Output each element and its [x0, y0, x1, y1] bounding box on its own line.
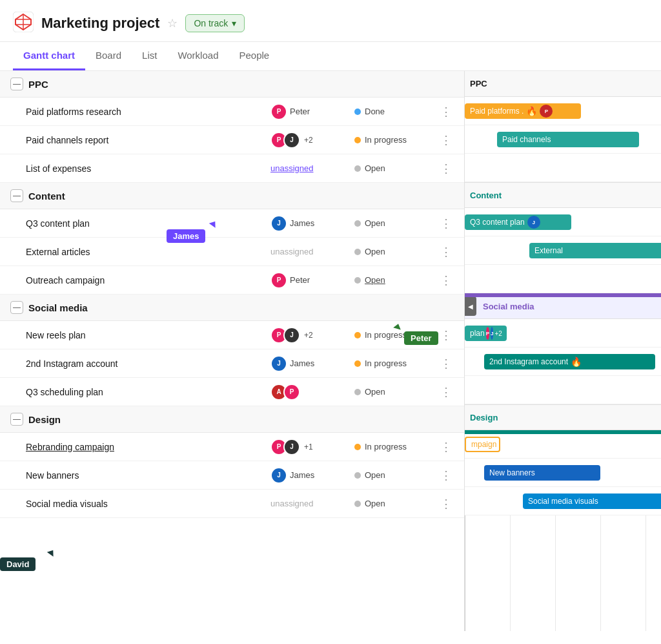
table-row: Paid channels report P J +2 In progress … — [0, 126, 464, 154]
more-button[interactable]: ⋮ — [438, 496, 454, 512]
table-row: New banners J James Open ⋮ — [0, 461, 464, 490]
task-name: 2nd Instagram account — [26, 358, 270, 369]
more-button[interactable]: ⋮ — [438, 439, 454, 455]
gantt-design-label: Design — [470, 413, 498, 422]
avatar-stack: A P — [270, 384, 300, 400]
assignee-area: P Peter — [270, 272, 354, 289]
avatar: P — [540, 105, 553, 118]
assignee-name: Peter — [290, 275, 310, 285]
status-text: In progress — [365, 358, 407, 368]
avatar-stack: P J — [270, 327, 300, 344]
gantt-row: Paid channels — [465, 125, 661, 154]
scroll-left-button[interactable]: ◀ — [465, 296, 476, 316]
gantt-row — [465, 376, 661, 404]
task-name: Q3 content plan — [26, 218, 270, 229]
star-icon[interactable]: ☆ — [167, 16, 178, 30]
bar-label: mpaign — [471, 440, 496, 449]
status-badge[interactable]: On track ▾ — [185, 14, 245, 32]
more-button[interactable]: ⋮ — [438, 104, 454, 119]
more-button[interactable]: ⋮ — [438, 468, 454, 483]
tabs-bar: Gantt chart Board List Workload People — [0, 42, 661, 71]
gantt-social-header: ◀ Social media — [465, 293, 661, 319]
collapse-social[interactable]: — — [10, 301, 23, 314]
status-area: In progress — [354, 442, 438, 452]
collapse-content[interactable]: — — [10, 189, 23, 202]
plus-count: +2 — [304, 136, 313, 145]
assignee-area: P J +1 — [270, 439, 354, 455]
fire-icon: 🔥 — [526, 106, 537, 116]
status-area: Open — [354, 387, 438, 397]
avatar-stack: P J — [270, 132, 300, 149]
plus-count: +2 — [304, 331, 313, 340]
collapse-design[interactable]: — — [10, 413, 23, 426]
avatar-stack: P J — [270, 439, 300, 455]
tab-list[interactable]: List — [132, 42, 167, 70]
section-content-title: Content — [28, 191, 65, 202]
gantt-design-header: Design — [465, 404, 661, 430]
tab-workload[interactable]: Workload — [167, 42, 229, 70]
plus-count: +1 — [304, 442, 313, 452]
more-button[interactable]: ⋮ — [438, 132, 454, 148]
status-text: In progress — [365, 135, 407, 145]
gantt-bar-visuals: Social media visuals — [523, 493, 661, 509]
task-name: New banners — [26, 470, 270, 481]
status-dot — [354, 249, 361, 255]
status-text: Open — [365, 470, 385, 480]
gantt-design-top-bar — [465, 430, 661, 434]
gantt-content-header: Content — [465, 182, 661, 208]
more-button[interactable]: ⋮ — [438, 384, 454, 400]
status-area: In progress — [354, 135, 438, 145]
more-button[interactable]: ⋮ — [438, 327, 454, 343]
status-area: Done — [354, 107, 438, 116]
task-name: Paid channels report — [26, 135, 270, 145]
more-button[interactable]: ⋮ — [438, 356, 454, 371]
table-row: 2nd Instagram account J James In progres… — [0, 349, 464, 378]
task-name: New reels plan — [26, 330, 270, 340]
assignee-area: unassigned — [270, 163, 354, 173]
avatar: J — [270, 355, 287, 372]
table-row: Rebranding campaign P J +1 In progress ⋮ — [0, 433, 464, 461]
table-row: Social media visuals unassigned Open ⋮ — [0, 490, 464, 518]
main-content: — PPC Paid platforms research P Peter Do… — [0, 71, 661, 631]
avatar: J — [527, 216, 540, 229]
status-text: Open — [365, 247, 385, 256]
table-row: Q3 scheduling plan A P Open ⋮ — [0, 378, 464, 406]
left-panel: — PPC Paid platforms research P Peter Do… — [0, 71, 465, 631]
gantt-row — [465, 154, 661, 182]
section-design-title: Design — [28, 414, 61, 425]
gantt-content-label: Content — [470, 191, 502, 200]
more-button[interactable]: ⋮ — [438, 244, 454, 260]
gantt-panel: PPC Paid platforms . 🔥 P Paid channels C… — [465, 71, 661, 631]
gantt-bar-paid-channels: Paid channels — [497, 132, 639, 147]
gantt-row: Q3 content plan J — [465, 208, 661, 236]
more-button[interactable]: ⋮ — [438, 216, 454, 231]
assignee-name: Peter — [290, 107, 310, 116]
assignee-area: J James — [270, 467, 354, 484]
more-button[interactable]: ⋮ — [438, 161, 454, 176]
section-design-header: — Design — [0, 406, 464, 433]
table-row: Paid platforms research P Peter Done ⋮ — [0, 98, 464, 126]
collapse-ppc[interactable]: — — [10, 78, 23, 90]
gantt-bar-q3: Q3 content plan J — [465, 214, 571, 230]
status-text: Open — [365, 387, 385, 397]
assignee-area: P Peter — [270, 103, 354, 120]
assignee-area: unassigned — [270, 499, 354, 508]
status-area: Open — [354, 247, 438, 256]
status-dot — [354, 277, 361, 284]
gantt-row: 2nd Instagram account 🔥 — [465, 348, 661, 376]
gantt-row: Paid platforms . 🔥 P — [465, 97, 661, 125]
bar-label: Paid platforms . — [470, 107, 524, 116]
status-dot — [354, 501, 361, 507]
gantt-bar-external: External — [529, 243, 661, 258]
more-button[interactable]: ⋮ — [438, 273, 454, 288]
tab-board[interactable]: Board — [85, 42, 132, 70]
gantt-bar-reels: plan P J +2 — [465, 326, 507, 341]
table-row: Outreach campaign P Peter Open ⋮ — [0, 266, 464, 295]
assignee-area: J James — [270, 215, 354, 232]
unassigned-link[interactable]: unassigned — [270, 163, 314, 173]
assignee-name: James — [290, 358, 314, 368]
status-dot — [354, 472, 361, 479]
tab-people[interactable]: People — [229, 42, 280, 70]
tab-gantt[interactable]: Gantt chart — [13, 42, 85, 70]
avatar: P — [486, 327, 489, 340]
